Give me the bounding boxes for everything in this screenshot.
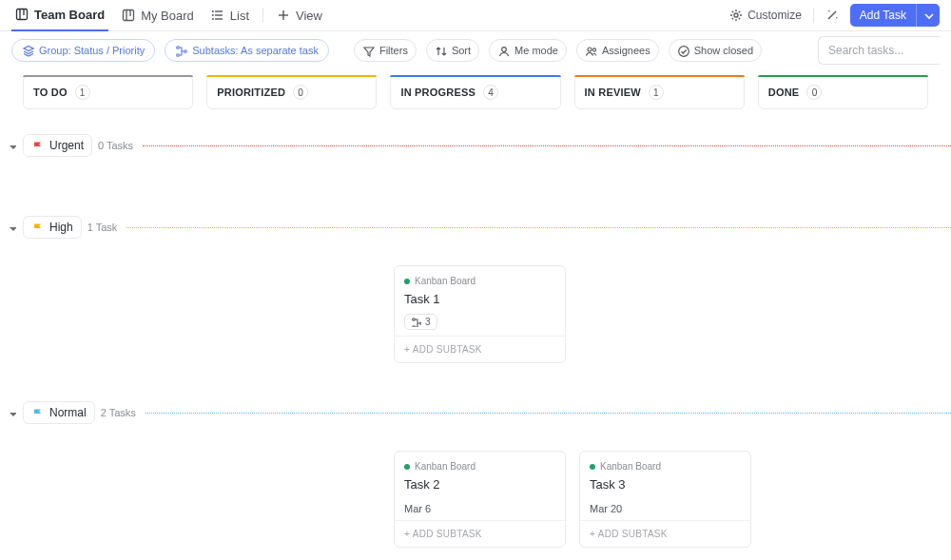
sort-icon xyxy=(435,45,447,57)
layers-icon xyxy=(22,45,34,57)
tab-label: List xyxy=(230,9,249,23)
add-subtask-button[interactable]: + ADD SUBTASK xyxy=(395,520,565,547)
wand-icon xyxy=(825,9,839,22)
group-low: Low 0 Tasks xyxy=(0,548,951,560)
add-task-button[interactable]: Add Task xyxy=(850,4,916,27)
assignees-label: Assignees xyxy=(602,45,650,56)
task-card[interactable]: Kanban Board Task 3 Mar 20 + ADD SUBTASK xyxy=(579,451,751,548)
column-todo[interactable]: TO DO 1 xyxy=(23,75,193,109)
divider xyxy=(813,8,814,23)
tab-my-board[interactable]: My Board xyxy=(118,0,198,31)
add-subtask-button[interactable]: + ADD SUBTASK xyxy=(395,336,565,362)
tab-label: View xyxy=(296,9,322,23)
divider xyxy=(262,8,263,23)
group-normal: Normal 2 Tasks xyxy=(0,363,951,424)
column-in-review[interactable]: IN REVIEW 1 xyxy=(574,75,745,109)
flag-icon xyxy=(31,222,44,234)
column-name: PRIORITIZED xyxy=(217,87,285,98)
priority-label: Normal xyxy=(49,406,87,419)
tab-label: My Board xyxy=(141,9,194,23)
column-in-progress[interactable]: IN PROGRESS 4 xyxy=(390,75,560,109)
column-headers: TO DO 1 PRIORITIZED 0 IN PROGRESS 4 IN R… xyxy=(0,69,951,109)
add-subtask-button[interactable]: + ADD SUBTASK xyxy=(580,520,750,547)
customize-button[interactable]: Customize xyxy=(729,9,802,22)
board-icon xyxy=(15,8,29,21)
collapse-toggle[interactable] xyxy=(6,408,17,417)
search-input[interactable] xyxy=(818,36,940,65)
project-name: Kanban Board xyxy=(415,461,476,472)
card-date: Mar 20 xyxy=(590,503,741,514)
card-date: Mar 6 xyxy=(404,503,555,514)
column-count: 1 xyxy=(75,85,90,100)
group-divider xyxy=(126,227,951,228)
flag-icon xyxy=(31,140,44,152)
status-dot-icon xyxy=(590,464,595,470)
task-count: 1 Task xyxy=(87,222,118,233)
filters-button[interactable]: Filters xyxy=(354,39,417,62)
list-icon xyxy=(211,9,224,22)
subtasks-pill[interactable]: Subtasks: As separate task xyxy=(165,39,329,62)
column-name: IN REVIEW xyxy=(585,87,641,98)
cards-row-normal: Kanban Board Task 2 Mar 6 + ADD SUBTASK … xyxy=(0,424,951,548)
priority-urgent[interactable]: Urgent xyxy=(23,134,92,157)
project-name: Kanban Board xyxy=(600,461,661,472)
show-closed-button[interactable]: Show closed xyxy=(669,39,762,62)
priority-normal[interactable]: Normal xyxy=(23,401,95,424)
flag-icon xyxy=(31,407,44,419)
collapse-toggle[interactable] xyxy=(6,222,17,232)
group-label: Group: Status / Priority xyxy=(39,45,145,56)
task-card[interactable]: Kanban Board Task 1 3 + ADD SUBTASK xyxy=(394,265,566,363)
card-project: Kanban Board xyxy=(404,276,555,286)
assignees-button[interactable]: Assignees xyxy=(576,39,659,62)
tab-label: Team Board xyxy=(34,8,105,22)
subtask-count-chip[interactable]: 3 xyxy=(404,314,437,330)
task-count: 2 Tasks xyxy=(101,407,136,418)
column-count: 4 xyxy=(483,85,498,100)
task-card[interactable]: Kanban Board Task 2 Mar 6 + ADD SUBTASK xyxy=(394,451,566,548)
tab-team-board[interactable]: Team Board xyxy=(11,0,108,31)
me-mode-button[interactable]: Me mode xyxy=(489,39,567,62)
automation-button[interactable] xyxy=(825,9,839,22)
column-count: 1 xyxy=(649,85,664,100)
task-count: 0 Tasks xyxy=(98,140,133,151)
sort-label: Sort xyxy=(452,45,471,56)
filter-bar: Group: Status / Priority Subtasks: As se… xyxy=(0,31,951,69)
me-label: Me mode xyxy=(514,45,558,56)
column-prioritized[interactable]: PRIORITIZED 0 xyxy=(206,75,377,109)
subtasks-label: Subtasks: As separate task xyxy=(192,45,319,56)
project-name: Kanban Board xyxy=(415,276,476,286)
filters-label: Filters xyxy=(379,45,408,56)
card-project: Kanban Board xyxy=(404,461,555,472)
group-divider xyxy=(146,413,951,414)
column-name: DONE xyxy=(768,87,800,98)
tab-list[interactable]: List xyxy=(207,0,253,31)
card-title: Task 1 xyxy=(404,292,555,306)
subtask-count: 3 xyxy=(425,317,431,327)
tree-icon xyxy=(175,45,187,57)
tree-icon xyxy=(411,317,421,327)
column-color xyxy=(758,75,928,77)
column-name: IN PROGRESS xyxy=(400,87,476,98)
add-task-dropdown[interactable] xyxy=(916,4,940,27)
column-color xyxy=(574,75,745,77)
tab-add-view[interactable]: View xyxy=(273,0,326,31)
board-icon xyxy=(122,9,135,22)
column-color xyxy=(390,75,560,77)
check-circle-icon xyxy=(677,45,689,57)
card-title: Task 3 xyxy=(590,477,741,492)
chevron-down-icon xyxy=(922,10,934,21)
add-task-label: Add Task xyxy=(860,9,906,22)
status-dot-icon xyxy=(404,279,410,284)
column-name: TO DO xyxy=(33,87,68,98)
view-tabs: Team Board My Board List View Customize … xyxy=(0,0,951,31)
column-done[interactable]: DONE 0 xyxy=(758,75,928,109)
add-task-button-group: Add Task xyxy=(850,4,940,27)
group-pill[interactable]: Group: Status / Priority xyxy=(11,39,155,62)
users-icon xyxy=(585,45,597,57)
card-title: Task 2 xyxy=(404,477,555,492)
collapse-toggle[interactable] xyxy=(6,141,17,150)
group-divider xyxy=(143,145,951,146)
priority-label: Urgent xyxy=(49,139,84,152)
sort-button[interactable]: Sort xyxy=(426,39,479,62)
priority-high[interactable]: High xyxy=(23,216,82,239)
